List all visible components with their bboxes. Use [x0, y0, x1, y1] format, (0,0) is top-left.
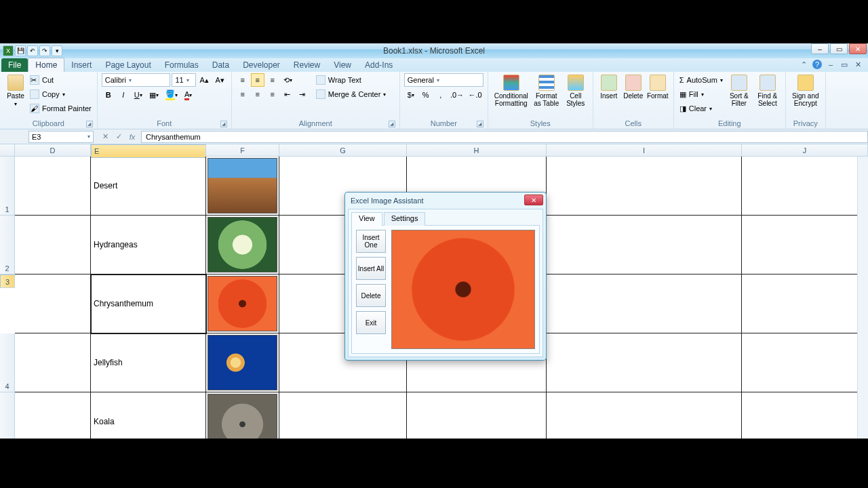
- border-button[interactable]: ▦▾: [146, 88, 161, 102]
- cell[interactable]: [15, 392, 91, 439]
- font-launcher[interactable]: ◢: [220, 121, 227, 127]
- number-format-select[interactable]: General▾: [404, 73, 484, 87]
- cell[interactable]: [742, 333, 868, 392]
- row-header[interactable]: 2: [0, 216, 15, 274]
- tab-addins[interactable]: Add-Ins: [358, 58, 399, 72]
- column-header-H[interactable]: H: [407, 144, 547, 156]
- row-header[interactable]: 3: [0, 274, 15, 288]
- format-painter-button[interactable]: 🖌Format Painter: [28, 102, 93, 115]
- dialog-exit-button[interactable]: Exit: [356, 311, 386, 334]
- qat-undo-icon[interactable]: ↶: [27, 45, 38, 56]
- tab-home[interactable]: Home: [28, 58, 64, 72]
- alignment-launcher[interactable]: ◢: [389, 121, 395, 127]
- find-select-button[interactable]: Find & Select: [754, 73, 781, 118]
- copy-button[interactable]: Copy▾: [28, 87, 93, 101]
- cell[interactable]: [15, 333, 91, 392]
- fx-icon[interactable]: fx: [126, 131, 138, 143]
- restore-button[interactable]: ▭: [830, 43, 848, 54]
- wrap-text-button[interactable]: Wrap Text: [315, 73, 388, 87]
- conditional-formatting-button[interactable]: Conditional Formatting: [492, 73, 530, 118]
- cell[interactable]: [206, 392, 279, 439]
- doc-minimize-icon[interactable]: –: [826, 60, 835, 69]
- insert-one-button[interactable]: Insert One: [356, 230, 386, 253]
- sign-encrypt-button[interactable]: Sign and Encrypt: [790, 73, 821, 118]
- dialog-tab-view[interactable]: View: [351, 212, 382, 226]
- cell[interactable]: [742, 157, 868, 216]
- format-cells-button[interactable]: Format: [646, 73, 669, 118]
- tab-formulas[interactable]: Formulas: [158, 58, 205, 72]
- vertical-scrollbar[interactable]: [857, 157, 868, 439]
- decrease-decimal-button[interactable]: ←.0: [467, 88, 484, 102]
- column-header-I[interactable]: I: [547, 144, 742, 156]
- bold-button[interactable]: B: [102, 88, 115, 102]
- cell-styles-button[interactable]: Cell Styles: [563, 73, 589, 118]
- align-bottom-button[interactable]: ≡: [266, 73, 279, 87]
- cell[interactable]: [547, 333, 742, 392]
- cell[interactable]: [206, 333, 279, 392]
- select-all-corner[interactable]: [0, 144, 15, 156]
- autosum-button[interactable]: ΣAutoSum▾: [678, 73, 724, 87]
- insert-cells-button[interactable]: Insert: [597, 73, 620, 118]
- cell[interactable]: [279, 392, 407, 439]
- cell[interactable]: [15, 157, 91, 216]
- row-header[interactable]: 5: [0, 392, 15, 439]
- cell[interactable]: [547, 157, 742, 216]
- tab-view[interactable]: View: [327, 58, 358, 72]
- tab-review[interactable]: Review: [287, 58, 327, 72]
- paste-button[interactable]: Paste ▾: [4, 73, 27, 118]
- tab-data[interactable]: Data: [205, 58, 236, 72]
- merge-center-button[interactable]: Merge & Center▾: [315, 87, 388, 101]
- close-button[interactable]: ✕: [849, 43, 867, 54]
- font-name-select[interactable]: Calibri▾: [102, 73, 171, 87]
- comma-button[interactable]: ,: [434, 88, 448, 102]
- grow-font-button[interactable]: A▴: [197, 73, 212, 87]
- decrease-indent-button[interactable]: ⇤: [281, 87, 294, 101]
- name-box[interactable]: E3▾: [28, 131, 94, 143]
- cell[interactable]: Koala: [91, 392, 206, 439]
- cell[interactable]: [742, 274, 868, 333]
- cell[interactable]: [547, 392, 742, 439]
- minimize-button[interactable]: –: [811, 43, 829, 54]
- accounting-button[interactable]: $▾: [404, 88, 418, 102]
- cell[interactable]: [547, 216, 742, 274]
- column-header-F[interactable]: F: [206, 144, 279, 156]
- insert-all-button[interactable]: Insert All: [356, 257, 386, 280]
- align-center-button[interactable]: ≡: [251, 87, 264, 101]
- underline-button[interactable]: U▾: [132, 88, 145, 102]
- enter-formula-icon[interactable]: ✓: [113, 131, 125, 143]
- row-header[interactable]: 1: [0, 157, 15, 216]
- qat-save-icon[interactable]: 💾: [15, 45, 26, 56]
- clipboard-launcher[interactable]: ◢: [86, 121, 93, 127]
- row-header[interactable]: 4: [0, 333, 15, 392]
- formula-input[interactable]: Chrysanthemum: [141, 131, 868, 143]
- cell[interactable]: [15, 216, 91, 274]
- cell[interactable]: Hydrangeas: [91, 216, 206, 274]
- format-as-table-button[interactable]: Format as Table: [532, 73, 561, 118]
- cell[interactable]: [742, 216, 868, 274]
- align-left-button[interactable]: ≡: [236, 87, 250, 101]
- tab-developer[interactable]: Developer: [236, 58, 287, 72]
- align-middle-button[interactable]: ≡: [251, 73, 264, 87]
- cell[interactable]: [15, 274, 91, 333]
- cut-button[interactable]: ✂Cut: [28, 73, 93, 87]
- increase-indent-button[interactable]: ⇥: [296, 87, 309, 101]
- fill-button[interactable]: ▦Fill▾: [678, 87, 724, 101]
- percent-button[interactable]: %: [419, 88, 433, 102]
- clear-button[interactable]: ◨Clear▾: [678, 102, 724, 115]
- cell[interactable]: [206, 274, 279, 333]
- cancel-formula-icon[interactable]: ✕: [99, 131, 111, 143]
- increase-decimal-button[interactable]: .0→: [449, 88, 466, 102]
- dialog-delete-button[interactable]: Delete: [356, 284, 386, 307]
- dialog-tab-settings[interactable]: Settings: [384, 212, 426, 226]
- number-launcher[interactable]: ◢: [477, 121, 484, 127]
- cell[interactable]: [742, 392, 868, 439]
- minimize-ribbon-icon[interactable]: ⌃: [799, 60, 808, 69]
- align-top-button[interactable]: ≡: [236, 73, 250, 87]
- tab-insert[interactable]: Insert: [64, 58, 98, 72]
- tab-file[interactable]: File: [1, 58, 28, 72]
- column-header-E[interactable]: E: [91, 144, 206, 158]
- qat-redo-icon[interactable]: ↷: [39, 45, 50, 56]
- cell[interactable]: [206, 216, 279, 274]
- cell[interactable]: [407, 392, 547, 439]
- sort-filter-button[interactable]: Sort & Filter: [726, 73, 753, 118]
